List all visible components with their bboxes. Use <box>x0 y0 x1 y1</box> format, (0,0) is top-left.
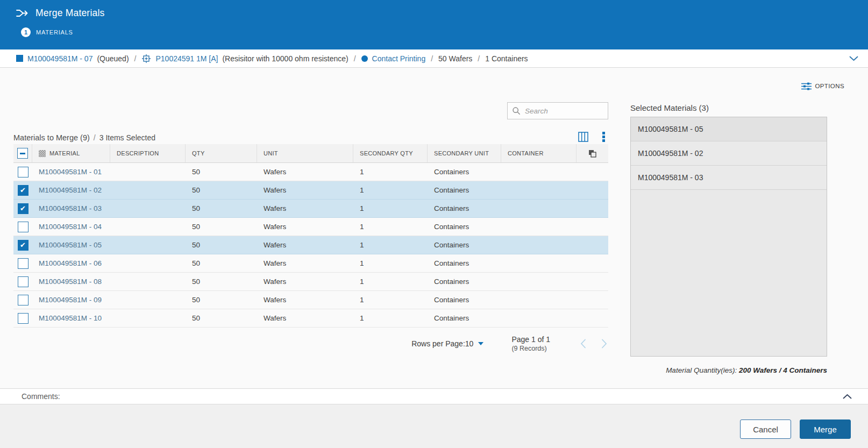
unit-cell: Wafers <box>257 186 353 194</box>
expand-context-chevron-down-icon[interactable] <box>849 56 858 61</box>
table-row[interactable]: M100049581M - 05 50 Wafers 1 Containers <box>13 236 608 254</box>
summary-label: Material Quantity(ies): <box>666 366 739 374</box>
collapse-comments-chevron-up-icon[interactable] <box>843 394 852 399</box>
row-checkbox[interactable] <box>18 240 29 251</box>
secondary-unit-cell: Containers <box>428 278 501 286</box>
table-body: M100049581M - 01 50 Wafers 1 Containers … <box>13 163 608 328</box>
secondary-qty-cell: 1 <box>353 241 428 249</box>
qty-cell: 50 <box>186 259 257 267</box>
material-link[interactable]: M100049581M - 06 <box>39 259 102 267</box>
unit-cell: Wafers <box>257 241 353 249</box>
row-checkbox[interactable] <box>18 276 29 287</box>
context-material-link[interactable]: M100049581M - 07 <box>27 54 93 63</box>
material-link[interactable]: M100049581M - 01 <box>39 168 102 176</box>
material-link[interactable]: M100049581M - 02 <box>39 186 102 194</box>
secondary-qty-cell: 1 <box>353 278 428 286</box>
context-separator: / <box>133 54 138 63</box>
copy-rows-icon[interactable] <box>588 150 596 158</box>
context-step-link[interactable]: Contact Printing <box>372 54 426 63</box>
material-quantity-summary: Material Quantity(ies): 200 Wafers / 4 C… <box>630 366 827 374</box>
qty-cell: 50 <box>186 241 257 249</box>
merge-materials-page: Merge Materials 1 MATERIALS M100049581M … <box>0 0 868 448</box>
merge-button[interactable]: Merge <box>800 419 851 439</box>
material-link[interactable]: M100049581M - 10 <box>39 314 102 322</box>
table-row[interactable]: M100049581M - 08 50 Wafers 1 Containers <box>13 273 608 291</box>
context-bar: M100049581M - 07 (Queued) / P10024591 1M… <box>0 49 868 68</box>
options-button[interactable]: OPTIONS <box>815 83 844 89</box>
next-page-chevron-icon[interactable] <box>601 339 607 349</box>
unit-cell: Wafers <box>257 223 353 231</box>
options-sliders-icon[interactable] <box>801 82 812 90</box>
grid-menu-kebab-icon[interactable] <box>602 132 605 142</box>
context-material-state: (Queued) <box>97 54 129 63</box>
grid-title-separator: / <box>94 133 96 142</box>
secondary-unit-cell: Containers <box>428 204 501 212</box>
column-header-secondary-unit[interactable]: SECONDARY UNIT <box>428 144 501 162</box>
secondary-qty-cell: 1 <box>353 223 428 231</box>
material-link[interactable]: M100049581M - 04 <box>39 223 102 231</box>
unit-cell: Wafers <box>257 259 353 267</box>
select-all-checkbox[interactable] <box>17 148 28 159</box>
qty-cell: 50 <box>186 186 257 194</box>
qty-cell: 50 <box>186 223 257 231</box>
comments-label: Comments: <box>22 392 60 401</box>
table-row[interactable]: M100049581M - 06 50 Wafers 1 Containers <box>13 254 608 273</box>
qty-cell: 50 <box>186 314 257 322</box>
previous-page-chevron-icon[interactable] <box>580 339 586 349</box>
secondary-unit-cell: Containers <box>428 241 501 249</box>
secondary-unit-cell: Containers <box>428 296 501 304</box>
selected-material-item[interactable]: M100049581M - 03 <box>631 166 827 190</box>
page-info: Page 1 of 1 <box>511 335 550 344</box>
unit-cell: Wafers <box>257 314 353 322</box>
column-header-description[interactable]: DESCRIPTION <box>110 144 186 162</box>
material-link[interactable]: M100049581M - 09 <box>39 296 102 304</box>
row-checkbox[interactable] <box>18 167 29 177</box>
secondary-unit-cell: Containers <box>428 259 501 267</box>
page-title: Merge Materials <box>35 8 104 19</box>
row-checkbox[interactable] <box>18 295 29 305</box>
selected-materials-title: Selected Materials (3) <box>630 103 827 112</box>
column-header-qty[interactable]: QTY <box>186 144 257 162</box>
flow-step-dot-icon <box>361 55 368 62</box>
action-footer: Cancel Merge <box>0 404 868 448</box>
secondary-unit-cell: Containers <box>428 168 501 176</box>
row-checkbox[interactable] <box>18 203 29 214</box>
context-product-desc: (Resisitor with 10000 ohm resistence) <box>222 54 348 63</box>
column-header-secondary-qty[interactable]: SECONDARY QTY <box>353 144 428 162</box>
context-product-link[interactable]: P10024591 1M [A] <box>155 54 218 63</box>
table-row[interactable]: M100049581M - 10 50 Wafers 1 Containers <box>13 309 608 328</box>
material-link[interactable]: M100049581M - 08 <box>39 278 102 286</box>
column-header-material[interactable]: MATERIAL <box>32 144 110 162</box>
table-header-row: MATERIAL DESCRIPTION QTY UNIT SECONDARY … <box>13 144 608 163</box>
wizard-step-materials[interactable]: 1 MATERIALS <box>21 27 868 37</box>
secondary-qty-cell: 1 <box>353 314 428 322</box>
column-settings-icon[interactable] <box>578 132 588 142</box>
table-row[interactable]: M100049581M - 03 50 Wafers 1 Containers <box>13 200 608 218</box>
selected-material-item[interactable]: M100049581M - 05 <box>631 117 827 141</box>
table-row[interactable]: M100049581M - 04 50 Wafers 1 Containers <box>13 218 608 236</box>
merge-icon <box>16 8 29 18</box>
pagination-bar: Rows per Page:10 Page 1 of 1 (9 Records) <box>13 335 608 352</box>
cancel-button[interactable]: Cancel <box>740 419 791 439</box>
selected-material-item[interactable]: M100049581M - 02 <box>631 141 827 166</box>
qty-cell: 50 <box>186 296 257 304</box>
table-row[interactable]: M100049581M - 02 50 Wafers 1 Containers <box>13 181 608 200</box>
row-checkbox[interactable] <box>18 258 29 269</box>
rows-per-page-dropdown[interactable]: Rows per Page:10 <box>411 339 483 348</box>
main-content: OPTIONS Mat <box>0 68 868 388</box>
column-header-container[interactable]: CONTAINER <box>501 144 577 162</box>
table-row[interactable]: M100049581M - 01 50 Wafers 1 Containers <box>13 163 608 181</box>
row-checkbox[interactable] <box>18 185 29 196</box>
row-checkbox[interactable] <box>18 313 29 324</box>
unit-cell: Wafers <box>257 278 353 286</box>
materials-table: MATERIAL DESCRIPTION QTY UNIT SECONDARY … <box>13 144 608 328</box>
column-header-unit[interactable]: UNIT <box>257 144 353 162</box>
search-input[interactable] <box>525 107 600 115</box>
material-link[interactable]: M100049581M - 05 <box>39 241 102 249</box>
qty-cell: 50 <box>186 204 257 212</box>
table-row[interactable]: M100049581M - 09 50 Wafers 1 Containers <box>13 291 608 309</box>
row-checkbox[interactable] <box>18 222 29 232</box>
context-separator: / <box>476 54 481 63</box>
material-link[interactable]: M100049581M - 03 <box>39 204 102 212</box>
step-label: MATERIALS <box>36 29 73 35</box>
